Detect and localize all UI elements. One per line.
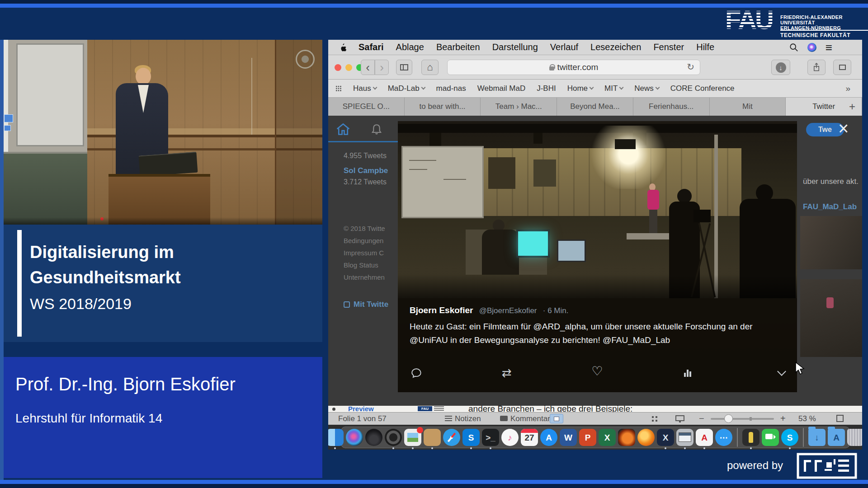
new-tab-button[interactable]: + <box>842 98 862 116</box>
apple-icon[interactable] <box>339 43 346 52</box>
address-bar[interactable]: twitter.com ↻ <box>447 60 700 75</box>
menu-item[interactable]: Safari <box>359 42 384 52</box>
downloads-button[interactable]: ↓ <box>771 60 790 75</box>
dock-green-call-app[interactable] <box>762 429 779 446</box>
notification-center-icon[interactable]: ≡ <box>826 43 832 52</box>
share-button[interactable] <box>807 60 826 75</box>
zoom-out-button[interactable]: − <box>699 413 704 424</box>
bookmark-item[interactable]: Webmail MaD <box>477 84 525 93</box>
dock-safari[interactable] <box>443 429 460 446</box>
dock-siri[interactable] <box>346 429 363 446</box>
dock-skype-business[interactable]: S <box>462 429 480 446</box>
home-button[interactable]: ⌂ <box>421 60 439 75</box>
tweet-author[interactable]: Bjoern Eskofier <box>410 305 473 315</box>
dock-excel[interactable]: X <box>599 429 616 446</box>
menu-item[interactable]: Darstellung <box>492 42 538 52</box>
preview-label[interactable]: Preview <box>348 406 374 412</box>
menu-item[interactable]: Lesezeichen <box>590 42 641 52</box>
dock-messages[interactable]: ⋯ <box>715 429 732 446</box>
comments-button[interactable]: Kommentare <box>500 414 554 423</box>
dock-quicktime[interactable] <box>385 429 402 446</box>
sidebar-button[interactable] <box>396 60 412 75</box>
dock-bottle-app[interactable] <box>742 429 760 446</box>
footer-link[interactable]: © 2018 Twitte <box>344 225 398 232</box>
bookmark-item[interactable]: MIT <box>604 84 623 93</box>
notes-button[interactable]: Notizen <box>445 414 481 423</box>
normal-view-button[interactable] <box>550 414 563 423</box>
search-icon[interactable] <box>789 43 798 52</box>
browser-tab[interactable]: SPIEGEL O... <box>328 98 405 116</box>
footer-link[interactable]: Impressum C <box>344 249 398 257</box>
dock-acrobat[interactable]: A <box>696 429 713 446</box>
bookmark-item[interactable]: Home <box>567 84 593 93</box>
browser-tab[interactable]: Mit <box>710 98 786 116</box>
media-thumbnail[interactable] <box>800 216 862 269</box>
media-thumbnail[interactable] <box>800 279 862 357</box>
browser-tab[interactable]: to bear with... <box>405 98 481 116</box>
tweet-photo[interactable]: Bjoern Eskofier @BjoernEskofier · 6 Min.… <box>398 121 797 392</box>
back-button[interactable]: ‹ <box>361 60 375 75</box>
dock-word[interactable]: W <box>560 429 577 446</box>
bookmark-item[interactable]: Haus <box>353 84 377 93</box>
forward-button[interactable]: › <box>375 60 389 75</box>
dock-trash[interactable] <box>847 429 862 446</box>
behind-tweet-link[interactable]: FAU_MaD_Lab <box>803 202 862 211</box>
dock-powerpoint[interactable]: P <box>579 429 596 446</box>
dock-dashboard[interactable] <box>365 429 382 446</box>
trend-link[interactable]: Sol Campbe <box>344 166 398 175</box>
zoom-in-button[interactable]: + <box>780 413 786 424</box>
dock-xquartz[interactable]: X <box>657 429 674 446</box>
slide-sorter-button[interactable] <box>652 416 654 418</box>
bookmark-item[interactable]: CORE Conference <box>670 84 735 93</box>
dock-finder[interactable] <box>328 429 344 446</box>
fit-to-window-button[interactable] <box>836 415 844 422</box>
footer-link[interactable]: Blog Status <box>344 261 398 269</box>
dock-applications-folder[interactable]: A <box>828 429 845 446</box>
dock-separator-1[interactable] <box>737 428 738 447</box>
bookmark-item[interactable]: mad-nas <box>436 84 466 93</box>
menu-item[interactable]: Bearbeiten <box>436 42 480 52</box>
bookmark-item[interactable]: News <box>634 84 659 93</box>
dock-itunes[interactable]: ♪ <box>501 429 519 446</box>
twitter-home-icon[interactable] <box>335 122 351 136</box>
dock-matlab[interactable] <box>618 429 635 446</box>
siri-icon[interactable] <box>807 43 816 52</box>
menu-item[interactable]: Ablage <box>396 42 424 52</box>
analytics-icon[interactable] <box>681 366 694 380</box>
minimize-window-button[interactable] <box>345 64 352 71</box>
dock-terminal[interactable]: >_ <box>482 429 499 446</box>
dock-calendar[interactable]: 27 <box>521 429 538 446</box>
dock-separator-2[interactable] <box>803 428 804 447</box>
dock-preview[interactable] <box>404 429 421 446</box>
dock-downloads-folder[interactable]: ↓ <box>808 429 826 446</box>
show-tabs-button[interactable] <box>833 60 851 75</box>
dock-remote-desktop[interactable] <box>676 429 693 446</box>
close-window-button[interactable] <box>335 64 341 71</box>
footer-link[interactable]: Bedingungen <box>344 237 398 244</box>
dock-firefox[interactable] <box>637 429 655 446</box>
notifications-bell-icon[interactable] <box>370 123 383 136</box>
reply-icon[interactable] <box>410 366 423 380</box>
dock-notes[interactable] <box>424 429 441 446</box>
close-icon[interactable]: × <box>838 118 849 139</box>
bookmarks-overflow-button[interactable]: » <box>845 84 850 94</box>
dock-app-store[interactable]: A <box>540 429 557 446</box>
menu-item[interactable]: Verlauf <box>550 42 578 52</box>
embed-twitter-link[interactable]: Mit Twitte <box>344 300 395 309</box>
like-icon[interactable]: ♡ <box>590 364 604 378</box>
dock-skype[interactable]: S <box>781 429 798 446</box>
menu-item[interactable]: Hilfe <box>696 42 714 52</box>
footer-link[interactable]: Unternehmen <box>344 273 398 281</box>
slideshow-button[interactable] <box>675 415 684 421</box>
favorites-grid-icon[interactable] <box>335 85 342 92</box>
browser-tab[interactable]: Team › Mac... <box>481 98 557 116</box>
menu-item[interactable]: Fenster <box>653 42 684 52</box>
bookmark-item[interactable]: MaD-Lab <box>388 84 425 93</box>
chevron-down-icon[interactable] <box>775 366 788 380</box>
zoom-slider-track[interactable] <box>711 418 774 420</box>
zoom-slider-knob[interactable] <box>724 414 733 423</box>
tweet-handle[interactable]: @BjoernEskofier <box>479 306 537 315</box>
bookmark-item[interactable]: J-BHI <box>537 84 556 93</box>
retweet-icon[interactable]: ⇄ <box>500 366 514 380</box>
browser-tab[interactable]: Ferienhaus... <box>633 98 710 116</box>
